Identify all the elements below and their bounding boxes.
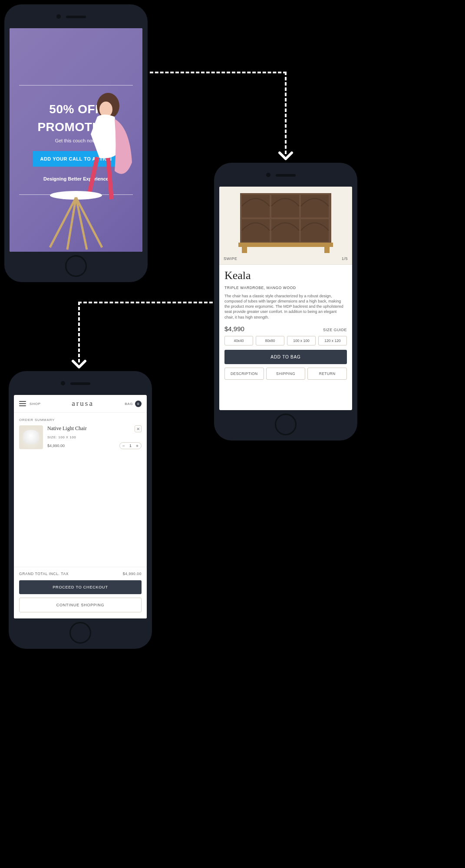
- checkout-button[interactable]: PROCEED TO CHECKOUT: [19, 580, 142, 594]
- image-counter: 1/5: [342, 256, 348, 261]
- flow-connector: [285, 72, 287, 154]
- svg-rect-15: [242, 247, 247, 253]
- shop-link[interactable]: SHOP: [30, 402, 41, 406]
- promo-subtitle: Get this couch now!: [55, 138, 97, 143]
- phone-promo: 50% OFF PROMOTION Get this couch now! AD…: [4, 4, 148, 282]
- size-guide-link[interactable]: SIZE GUIDE: [323, 328, 347, 332]
- home-button[interactable]: [65, 255, 87, 277]
- qty-value: 1: [128, 444, 133, 448]
- grand-total-label: GRAND TOTAL INCL. TAX: [19, 572, 69, 576]
- tab-shipping[interactable]: SHIPPING: [266, 368, 306, 380]
- size-option[interactable]: 100 x 100: [287, 336, 316, 345]
- product-price: $4,990: [224, 325, 244, 332]
- cart-item: Native Light Chair SIZE: 100 X 100 $4,99…: [19, 425, 142, 449]
- cart-item-thumbnail[interactable]: [19, 425, 43, 449]
- cart-screen: SHOP arusa BAG 0 ORDER SUMMARY Native Li…: [14, 395, 147, 618]
- promo-chair-image: [37, 182, 115, 252]
- cart-item-size: SIZE: 100 X 100: [47, 435, 142, 439]
- promo-divider-top: [19, 85, 133, 85]
- qty-decrease-button[interactable]: −: [120, 444, 128, 448]
- size-options: 40x40 80x80 100 x 100 120 x 120: [224, 336, 347, 345]
- continue-shopping-button[interactable]: CONTINUE SHOPPING: [19, 598, 142, 612]
- arrow-down-icon: [278, 151, 294, 162]
- brand-logo[interactable]: arusa: [72, 399, 94, 408]
- product-screen: SWIPE 1/5 Keala TRIPLE WARDROBE, MANGO W…: [219, 187, 352, 410]
- flow-connector: [78, 302, 213, 303]
- swipe-label: SWIPE: [224, 256, 237, 261]
- tab-return[interactable]: RETURN: [307, 368, 347, 380]
- svg-line-6: [76, 197, 87, 250]
- product-description: The chair has a classic style characteri…: [224, 293, 347, 320]
- flow-connector: [78, 302, 80, 362]
- menu-icon[interactable]: [19, 401, 26, 406]
- cart-item-name: Native Light Chair: [47, 425, 142, 432]
- svg-rect-16: [324, 247, 330, 253]
- svg-line-4: [76, 197, 102, 247]
- bag-count-badge: 0: [135, 401, 142, 407]
- arrow-down-icon: [71, 359, 87, 371]
- order-summary-heading: ORDER SUMMARY: [19, 418, 142, 422]
- bag-link[interactable]: BAG 0: [125, 401, 142, 407]
- product-name: Keala: [224, 269, 347, 282]
- product-subtitle: TRIPLE WARDROBE, MANGO WOOD: [224, 286, 347, 290]
- size-option[interactable]: 120 x 120: [318, 336, 347, 345]
- remove-item-button[interactable]: ✕: [135, 425, 142, 432]
- quantity-stepper: − 1 +: [119, 442, 142, 449]
- product-image[interactable]: [219, 187, 352, 254]
- promo-screen: 50% OFF PROMOTION Get this couch now! AD…: [10, 28, 142, 252]
- size-option[interactable]: 40x40: [224, 336, 253, 345]
- phone-product: SWIPE 1/5 Keala TRIPLE WARDROBE, MANGO W…: [214, 163, 357, 441]
- add-to-bag-button[interactable]: ADD TO BAG: [224, 350, 347, 364]
- phone-cart: SHOP arusa BAG 0 ORDER SUMMARY Native Li…: [9, 371, 152, 649]
- grand-total-value: $4,990.00: [123, 572, 142, 576]
- flow-connector: [150, 72, 287, 73]
- tab-description[interactable]: DESCRIPTION: [224, 368, 264, 380]
- qty-increase-button[interactable]: +: [133, 444, 141, 448]
- home-button[interactable]: [275, 414, 297, 435]
- bag-label: BAG: [125, 402, 133, 406]
- home-button[interactable]: [69, 622, 91, 644]
- svg-rect-14: [238, 243, 333, 247]
- size-option[interactable]: 80x80: [256, 336, 284, 345]
